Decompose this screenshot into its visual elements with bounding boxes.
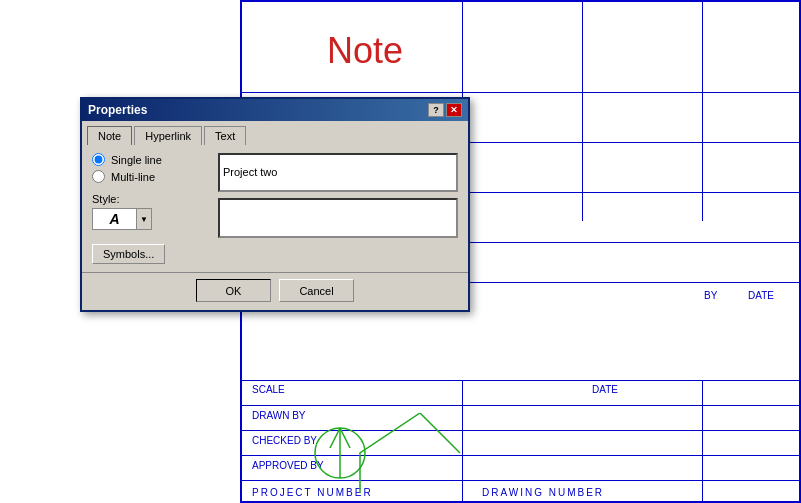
cancel-button[interactable]: Cancel xyxy=(279,279,354,302)
single-line-input[interactable] xyxy=(218,153,458,192)
tab-hyperlink[interactable]: Hyperlink xyxy=(134,126,202,145)
by-label: BY xyxy=(704,290,717,301)
multiline-textarea[interactable] xyxy=(218,198,458,239)
drawing-number-label: DRAWING NUMBER xyxy=(482,487,604,498)
help-button[interactable]: ? xyxy=(428,103,444,117)
ok-button[interactable]: OK xyxy=(196,279,271,302)
dialog-bottom: OK Cancel xyxy=(82,272,468,310)
dialog-title: Properties xyxy=(88,103,147,117)
style-label-text: Style: xyxy=(92,193,212,205)
drawn-by-label: DRAWN BY xyxy=(252,410,306,421)
single-line-radio[interactable] xyxy=(92,153,105,166)
dialog-content: Single line Multi-line Style: A ▼ xyxy=(82,145,468,272)
close-button[interactable]: ✕ xyxy=(446,103,462,117)
single-line-label: Single line xyxy=(111,154,162,166)
tab-text[interactable]: Text xyxy=(204,126,246,145)
vline-3 xyxy=(702,2,703,221)
vline-bottom-2 xyxy=(702,380,703,501)
style-section: Style: A ▼ xyxy=(92,193,212,230)
dialog-title-buttons: ? ✕ xyxy=(428,103,462,117)
single-line-row: Single line xyxy=(92,153,212,166)
main-row: Single line Multi-line Style: A ▼ xyxy=(92,153,458,238)
scale-label: SCALE xyxy=(252,384,285,395)
multiline-label: Multi-line xyxy=(111,171,155,183)
right-col xyxy=(218,153,458,238)
vline-2 xyxy=(582,2,583,221)
hline-6 xyxy=(242,380,799,381)
style-value-box: A xyxy=(92,208,136,230)
properties-dialog: Properties ? ✕ Note Hyperlink Text Singl… xyxy=(80,97,470,312)
date-col-label: DATE xyxy=(748,290,774,301)
style-dropdown-arrow[interactable]: ▼ xyxy=(136,208,152,230)
drawing-line xyxy=(300,413,500,493)
date-label: DATE xyxy=(592,384,618,395)
symbols-button[interactable]: Symbols... xyxy=(92,244,165,264)
hline-7 xyxy=(242,405,799,406)
multiline-row: Multi-line xyxy=(92,170,212,183)
tab-note[interactable]: Note xyxy=(87,126,132,145)
symbols-section: Symbols... xyxy=(92,244,458,264)
left-col: Single line Multi-line Style: A ▼ xyxy=(92,153,212,238)
multiline-radio[interactable] xyxy=(92,170,105,183)
style-dropdown[interactable]: A ▼ xyxy=(92,208,152,230)
hline-1 xyxy=(242,92,799,93)
dialog-tabs: Note Hyperlink Text xyxy=(82,121,468,145)
dialog-titlebar: Properties ? ✕ xyxy=(82,99,468,121)
